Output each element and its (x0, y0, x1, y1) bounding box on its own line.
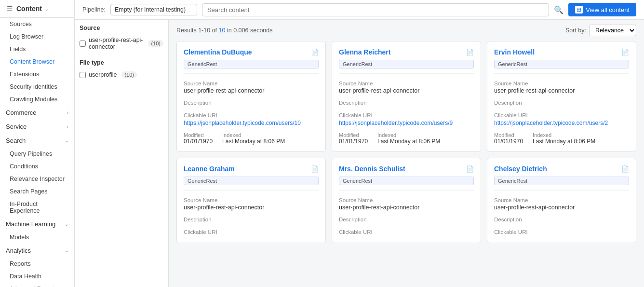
results-prefix: Results (176, 27, 198, 34)
card-desc-field: Description (184, 217, 319, 223)
sidebar-item-relevance-inspector[interactable]: Relevance Inspector (0, 173, 74, 185)
card-source-field: Source Name user-profile-rest-api-connec… (339, 81, 474, 94)
indexed-label: Indexed (377, 132, 440, 138)
card-desc-label: Description (494, 217, 629, 222)
card-header: Mrs. Dennis Schulist 📄 (339, 165, 474, 173)
card-uri-field: Clickable URI https://jsonplaceholder.ty… (494, 112, 629, 126)
card-title[interactable]: Ervin Howell (494, 48, 535, 56)
search-input[interactable] (202, 3, 549, 16)
view-all-button[interactable]: View all content (568, 3, 636, 16)
sort-label: Sort by: (565, 27, 586, 34)
sidebar-title: Content (16, 5, 42, 13)
card-modified: Modified 01/01/1970 (494, 132, 523, 145)
sidebar-item-log-browser[interactable]: Log Browser (0, 30, 74, 43)
card-source-value: user-profile-rest-api-connector (184, 204, 319, 211)
card-header: Glenna Reichert 📄 (339, 48, 474, 56)
indexed-value: Last Monday at 8:06 PM (377, 138, 440, 145)
card-source-value: user-profile-rest-api-connector (494, 204, 629, 211)
sidebar-section-search[interactable]: Search ⌄ (0, 134, 74, 148)
card-meta: Modified 01/01/1970 Indexed Last Monday … (184, 132, 319, 145)
card-uri-field: Clickable URI https://jsonplaceholder.ty… (184, 112, 319, 126)
card-source-label: Source Name (184, 81, 319, 86)
card-uri-link[interactable]: https://jsonplaceholder.typicode.com/use… (184, 120, 301, 126)
card-source-label: Source Name (339, 197, 474, 203)
card-uri-label: Clickable URI (494, 229, 629, 235)
card-title[interactable]: Chelsey Dietrich (494, 165, 547, 173)
card-uri-field: Clickable URI https://jsonplaceholder.ty… (339, 112, 474, 126)
card-indexed: Indexed Last Monday at 8:06 PM (533, 132, 595, 145)
results-header: Results 1-10 of 10 in 0.006 seconds Sort… (176, 25, 636, 36)
modified-value: 01/01/1970 (494, 138, 523, 145)
sidebar-item-conditions[interactable]: Conditions (0, 160, 74, 173)
filetype-checkbox[interactable] (80, 72, 86, 78)
card-desc-field: Description (184, 100, 319, 107)
sidebar-item-reports[interactable]: Reports (0, 258, 74, 270)
card-modified: Modified 01/01/1970 (184, 132, 213, 145)
card-title[interactable]: Clementina DuBuque (184, 48, 252, 56)
sidebar-item-fields[interactable]: Fields (0, 43, 74, 55)
card-uri-link[interactable]: https://jsonplaceholder.typicode.com/use… (494, 120, 608, 126)
filetype-filter-badge: (10) (121, 71, 137, 78)
filetype-filter-item[interactable]: userprofile (10) (80, 70, 163, 80)
card-options-icon[interactable]: 📄 (466, 49, 474, 56)
card-uri-field: Clickable URI (494, 229, 629, 236)
results-of: of (212, 27, 219, 34)
results-time: in 0.006 seconds (227, 27, 273, 34)
pipeline-label: Pipeline: (82, 6, 106, 13)
machine-learning-label: Machine Learning (6, 220, 55, 228)
indexed-label: Indexed (533, 132, 595, 138)
card-title[interactable]: Glenna Reichert (339, 48, 390, 56)
card-options-icon[interactable]: 📄 (311, 165, 319, 173)
main-area: Pipeline: Empty (for Internal testing) 🔍… (75, 0, 644, 287)
card-title[interactable]: Leanne Graham (184, 165, 235, 173)
sidebar-item-models[interactable]: Models (0, 231, 74, 244)
card-title[interactable]: Mrs. Dennis Schulist (339, 165, 405, 173)
sidebar-item-query-pipelines[interactable]: Query Pipelines (0, 148, 74, 160)
sidebar-section-analytics[interactable]: Analytics ⌄ (0, 244, 74, 258)
card-badge: GenericRest (339, 177, 474, 185)
source-filter-badge: (10) (148, 40, 163, 47)
card-uri-link[interactable]: https://jsonplaceholder.typicode.com/use… (339, 120, 453, 126)
sidebar-section-service[interactable]: Service › (0, 120, 74, 134)
sidebar-item-crawling-modules[interactable]: Crawling Modules (0, 93, 74, 106)
sidebar-header[interactable]: ☰ Content ⌄ (0, 0, 74, 18)
card-options-icon[interactable]: 📄 (621, 49, 629, 56)
card-desc-field: Description (494, 100, 629, 107)
cards-grid: Clementina DuBuque 📄 GenericRest Source … (176, 41, 636, 243)
sidebar-item-data-health[interactable]: Data Health (0, 270, 74, 283)
search-button[interactable]: 🔍 (554, 5, 564, 14)
source-filter-section: Source user-profile-rest-api-connector (… (80, 25, 163, 52)
view-all-icon (575, 6, 583, 14)
source-filter-item[interactable]: user-profile-rest-api-connector (10) (80, 35, 163, 52)
results-info: Results 1-10 of 10 in 0.006 seconds (176, 27, 272, 34)
sidebar-item-content-browser[interactable]: Content Browser (0, 55, 74, 68)
sidebar-section-machine-learning[interactable]: Machine Learning ⌄ (0, 217, 74, 231)
indexed-label: Indexed (222, 132, 285, 138)
card-modified: Modified 01/01/1970 (339, 132, 368, 145)
card-source-label: Source Name (184, 197, 319, 203)
card-uri-label: Clickable URI (184, 112, 319, 118)
card-options-icon[interactable]: 📄 (621, 165, 629, 173)
pipeline-select[interactable]: Empty (for Internal testing) (110, 4, 197, 15)
indexed-value: Last Monday at 8:06 PM (222, 138, 285, 145)
commerce-chevron: › (67, 110, 68, 115)
filetype-filter-title: File type (80, 59, 163, 66)
sidebar-item-security-identities[interactable]: Security Identities (0, 81, 74, 93)
card-source-field: Source Name user-profile-rest-api-connec… (494, 197, 629, 211)
sidebar-item-advanced-reports[interactable]: Advanced Reports (0, 283, 74, 287)
sidebar-item-search-pages[interactable]: Search Pages (0, 185, 74, 198)
modified-label: Modified (494, 132, 523, 138)
service-chevron: › (67, 124, 68, 129)
card-uri-label: Clickable URI (339, 112, 474, 118)
sort-select[interactable]: Relevance Date Title (589, 25, 636, 36)
card-source-value: user-profile-rest-api-connector (184, 87, 319, 94)
card-header: Ervin Howell 📄 (494, 48, 629, 56)
card-options-icon[interactable]: 📄 (311, 49, 319, 56)
sidebar-item-in-product-experience[interactable]: In-Product Experience (0, 198, 74, 217)
source-checkbox[interactable] (80, 41, 86, 47)
card-options-icon[interactable]: 📄 (466, 165, 474, 173)
card-source-field: Source Name user-profile-rest-api-connec… (339, 197, 474, 211)
sidebar-item-extensions[interactable]: Extensions (0, 68, 74, 81)
sidebar-section-commerce[interactable]: Commerce › (0, 106, 74, 120)
sidebar-item-sources[interactable]: Sources (0, 18, 74, 30)
